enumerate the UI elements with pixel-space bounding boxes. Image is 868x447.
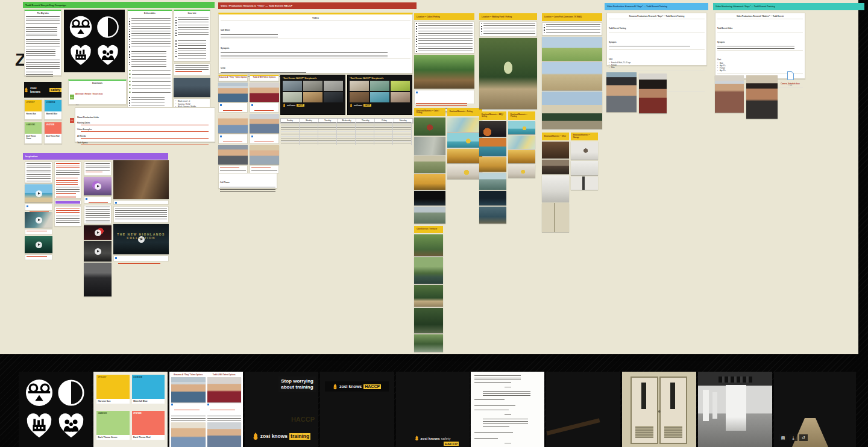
swatch-green[interactable]: #ABD581Dark Theme Green xyxy=(24,122,42,145)
link-url-line[interactable] xyxy=(81,145,209,147)
swatch-yellow[interactable]: #F3C317Harvest Sun xyxy=(96,375,130,408)
filmstrip-treehouse-photo[interactable] xyxy=(546,372,620,447)
link-url-line[interactable] xyxy=(81,131,209,134)
moments-storage-header[interactable]: Emotional/Moments — Storage xyxy=(571,133,598,140)
link-lines[interactable] xyxy=(56,163,80,168)
video-caption[interactable] xyxy=(84,196,112,204)
aerial-photo[interactable] xyxy=(479,207,506,224)
dock-photo[interactable] xyxy=(414,334,443,352)
filmstrip-safety-ad[interactable]: zosi knows safety HACCP xyxy=(396,372,470,447)
link-url-line[interactable] xyxy=(81,125,209,127)
note-card[interactable] xyxy=(54,206,81,227)
deliverables-card[interactable]: Deliverables xyxy=(127,10,172,113)
actor-headshot-photo[interactable] xyxy=(746,75,778,119)
black-car-photo[interactable] xyxy=(84,263,112,296)
security-footage-thumb[interactable] xyxy=(174,78,210,97)
dirt-lot-photo[interactable] xyxy=(542,62,602,90)
grilling-photo[interactable] xyxy=(479,121,506,137)
video-brief-card[interactable]: Video Call Sheet Synopsis Crew xyxy=(218,13,413,73)
stylized-photo[interactable] xyxy=(447,164,482,179)
swatch-yellow[interactable]: #F3C317Harvest Sun xyxy=(24,99,42,120)
gear-list-card[interactable]: Gear List xyxy=(174,10,210,61)
actress-selfie-photo[interactable] xyxy=(606,72,637,112)
overwater-cabins-photo[interactable] xyxy=(414,257,443,284)
attached-file-card[interactable]: Camera_Schedule.docx 1 MB xyxy=(778,71,803,90)
storyboard-card[interactable]: “Zosi Knows HACCP” Storyboards zosi know… xyxy=(280,75,345,115)
park-field-photo[interactable] xyxy=(542,37,602,61)
file-row[interactable]: MOV Alternate_Render_Teaser.mov.mov xyxy=(70,86,125,108)
big-idea-card[interactable]: The Big Idea xyxy=(24,10,61,76)
fridge-photo[interactable] xyxy=(542,175,569,202)
link-url-line[interactable] xyxy=(81,138,209,140)
production-board-header[interactable]: Video / Production: Keaunna is “They” — … xyxy=(218,2,417,9)
note-card[interactable] xyxy=(113,206,169,223)
kayak-photo[interactable] xyxy=(479,138,506,156)
jellyfish-video-thumb[interactable] xyxy=(84,177,112,195)
underwater-video-thumb[interactable] xyxy=(25,236,52,253)
talent-right-header[interactable]: Todd & Will Talent Options xyxy=(250,75,279,81)
exteriors-header[interactable]: Cabin Exteriors / Treehouse xyxy=(414,226,443,233)
headshot-photo[interactable] xyxy=(250,114,279,133)
painting-photo[interactable] xyxy=(508,121,535,134)
filmstrip-training-ad[interactable]: Stop worrying about training HACCP zosi … xyxy=(245,372,318,447)
note-card[interactable] xyxy=(84,161,112,176)
talent-meta[interactable] xyxy=(218,134,248,144)
divider-card[interactable] xyxy=(54,200,81,205)
fisherman-photo[interactable] xyxy=(414,207,445,224)
talent-name-link[interactable] xyxy=(210,410,235,412)
filmstrip-corridor-photo[interactable] xyxy=(698,372,772,447)
highlands-video-thumb[interactable]: THE NEW HIGHLANDS COLLECTION xyxy=(113,224,169,254)
zosi-knows-safety-card[interactable]: zosi knows safety xyxy=(24,82,61,98)
filmstrip-talent-board[interactable]: Keaunna & “They” Talent Options Todd & W… xyxy=(169,372,243,447)
whiteboard-canvas[interactable]: ZOSI Todd Everett Storytelling Campaign … xyxy=(0,0,858,354)
link-lines[interactable] xyxy=(56,178,78,185)
inspiration-board-header[interactable]: Inspiration xyxy=(23,153,168,160)
link-lines[interactable] xyxy=(86,172,102,174)
talent-name-link[interactable] xyxy=(223,142,242,144)
moments-fishing-header[interactable]: Emotional/Moments — Fishing xyxy=(447,108,482,116)
image-icon[interactable]: ▤ xyxy=(779,434,787,441)
download-icon[interactable]: ⤓ xyxy=(789,434,797,441)
boardwalk-photo[interactable] xyxy=(414,308,443,333)
group-photo[interactable] xyxy=(479,173,506,190)
treehouse-photo[interactable] xyxy=(414,234,443,256)
cyclist-video-thumb[interactable] xyxy=(25,212,52,228)
talent-name-link[interactable] xyxy=(174,410,200,412)
file-name[interactable]: Alternate_Render_Teaser.mov xyxy=(75,93,103,95)
location-cabin-header[interactable]: Location — Cabin / Fishing xyxy=(414,13,474,20)
desk-photo[interactable] xyxy=(542,160,569,174)
beach-video-thumb[interactable] xyxy=(25,184,52,202)
link-lines[interactable] xyxy=(175,71,202,73)
downloads-card[interactable]: Downloads MOV Alternate_Render_Teaser.mo… xyxy=(68,80,127,105)
actor-plaid-photo[interactable] xyxy=(715,75,744,113)
warehouse-photo[interactable] xyxy=(542,92,602,129)
tree-tunnel-trail-photo[interactable] xyxy=(479,38,537,109)
swatch-red[interactable]: #F4705EDark Theme Red xyxy=(44,122,62,145)
headshot-photo[interactable] xyxy=(207,422,242,447)
moments-cabin-header[interactable]: Emotional/Moments — Cabin / Fishing xyxy=(414,108,445,116)
talent-meta[interactable] xyxy=(218,102,248,113)
talent-meta[interactable] xyxy=(218,165,248,173)
red-cabin-photo[interactable] xyxy=(414,117,445,136)
map-reading-photo[interactable] xyxy=(414,137,445,155)
note-card[interactable] xyxy=(25,161,52,183)
talent-name-link[interactable] xyxy=(251,167,271,169)
swatch-green[interactable]: #ABD581Dark Theme Green xyxy=(96,411,130,445)
video-caption[interactable] xyxy=(25,254,52,260)
video-caption[interactable] xyxy=(113,255,169,261)
abramovit-brief-card[interactable]: Video Productions Research “Modern” — To… xyxy=(715,13,805,79)
location-notes-card[interactable] xyxy=(479,21,537,37)
video-caption[interactable] xyxy=(113,200,169,205)
talent-meta[interactable] xyxy=(250,134,279,144)
moments-painting-header[interactable]: Emotional/Moments — Painting xyxy=(508,111,535,120)
talent-name-link[interactable] xyxy=(254,110,274,113)
actress-headshot-photo[interactable] xyxy=(639,73,667,113)
headshot-photo[interactable] xyxy=(218,114,248,133)
stylized-photo[interactable] xyxy=(447,133,482,148)
note-card[interactable] xyxy=(84,205,112,224)
video-caption[interactable] xyxy=(25,204,52,211)
painting-photo[interactable] xyxy=(508,164,535,178)
campaign-board-header[interactable]: Todd Everett Storytelling Campaign xyxy=(23,2,215,8)
schedule-grid[interactable] xyxy=(281,122,412,145)
stylized-photo[interactable] xyxy=(447,117,482,132)
